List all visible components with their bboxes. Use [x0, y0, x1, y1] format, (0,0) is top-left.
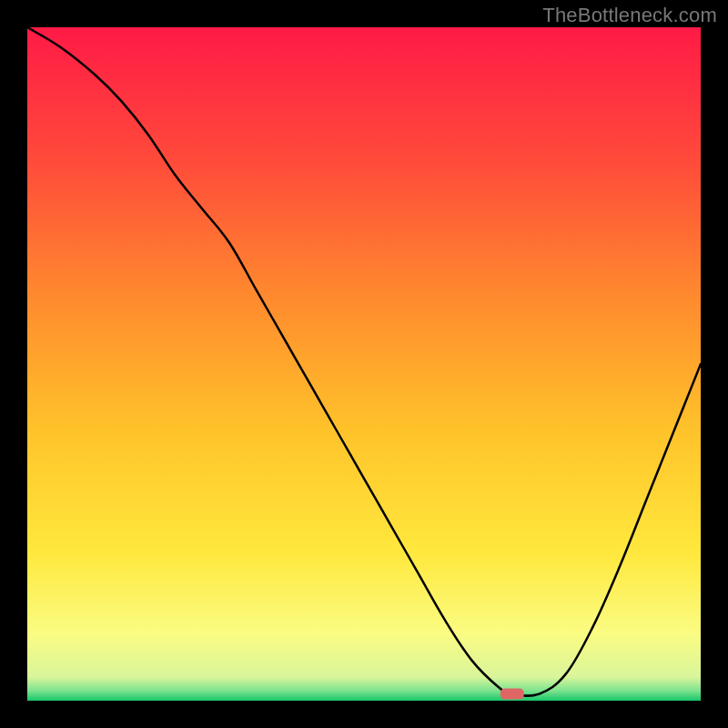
- chart-plot-area: [27, 27, 701, 701]
- heat-gradient-rect: [27, 27, 701, 701]
- optimum-marker: [500, 689, 524, 700]
- chart-svg: [27, 27, 701, 701]
- watermark-text: TheBottleneck.com: [542, 4, 717, 27]
- chart-frame: TheBottleneck.com: [0, 0, 728, 728]
